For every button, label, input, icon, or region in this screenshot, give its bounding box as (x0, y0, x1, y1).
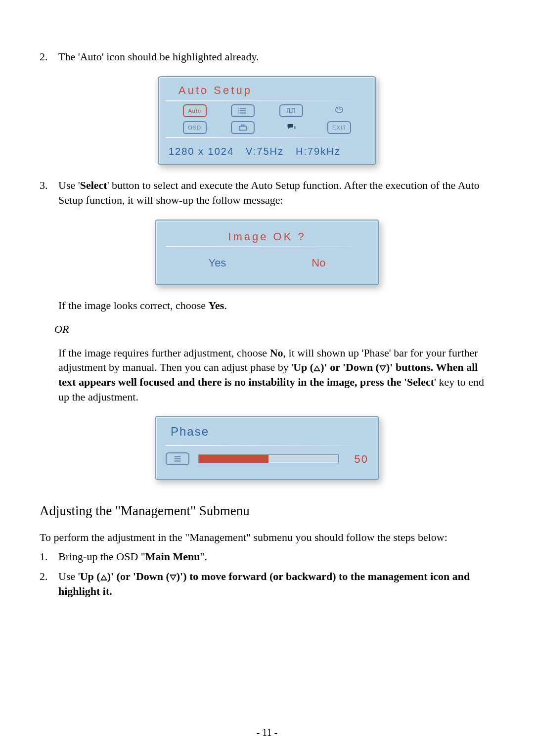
list-item-3: 3. Use 'Select' button to select and exe… (40, 178, 494, 207)
phase-slider[interactable] (198, 454, 339, 463)
list-text: Use 'Up ()' (or 'Down ()') to move forwa… (58, 569, 494, 598)
vfreq-value: V:75Hz (246, 145, 284, 158)
list-text: Use 'Select' button to select and execut… (58, 178, 494, 207)
hfreq-value: H:79kHz (296, 145, 341, 158)
paragraph: If the image looks correct, choose Yes. (58, 298, 494, 313)
osd-settings-icon[interactable]: OSD (183, 121, 207, 134)
paragraph: If the image requires further adjustment… (58, 346, 494, 404)
osd-panel-image-ok: Image OK ? Yes No (155, 220, 379, 285)
phase-value: 50 (348, 452, 368, 467)
resolution-value: 1280 x 1024 (169, 145, 234, 158)
list-item-1: 1. Bring-up the OSD "Main Menu". (40, 549, 494, 564)
svg-point-1 (238, 110, 239, 111)
svg-rect-7 (239, 127, 246, 131)
auto-setup-icon[interactable]: Auto (183, 104, 207, 117)
no-option[interactable]: No (312, 256, 325, 270)
list-number: 3. (40, 178, 58, 207)
osd-icon-grid: Auto OSD E EXIT (166, 104, 368, 137)
phase-row: 50 (166, 449, 368, 467)
document-page: 2. The 'Auto' icon should be highlighted… (0, 0, 534, 756)
list-text: The 'Auto' icon should be highlighted al… (58, 49, 494, 64)
osd-panel-auto-setup: Auto Setup Auto OSD E (158, 76, 376, 166)
list-number: 2. (40, 569, 58, 598)
exit-icon[interactable]: EXIT (327, 121, 351, 134)
divider (166, 246, 368, 247)
list-text: Bring-up the OSD "Main Menu". (58, 549, 494, 564)
svg-text:E: E (294, 125, 296, 130)
image-menu-icon[interactable] (231, 104, 255, 117)
osd-title: Image OK ? (166, 229, 368, 244)
svg-point-5 (339, 108, 340, 109)
list-icon (173, 455, 182, 463)
up-triangle-icon (100, 575, 107, 580)
figure-image-ok: Image OK ? Yes No (40, 220, 494, 285)
list-number: 2. (40, 49, 58, 64)
figure-auto-setup: Auto Setup Auto OSD E (40, 76, 494, 166)
clock-phase-icon[interactable] (279, 104, 303, 117)
page-number: - 11 - (0, 726, 534, 739)
palette-icon (335, 106, 344, 114)
list-icon (238, 107, 247, 115)
paragraph: To perform the adjustment in the "Manage… (40, 530, 494, 545)
color-icon[interactable] (328, 104, 350, 115)
language-icon[interactable]: E (280, 121, 302, 132)
list-item-2b: 2. Use 'Up ()' (or 'Down ()') to move fo… (40, 569, 494, 598)
section-heading: Adjusting the "Management" Submenu (40, 502, 494, 520)
figure-phase: Phase 50 (40, 416, 494, 480)
svg-point-6 (340, 109, 341, 110)
svg-point-4 (337, 109, 338, 110)
yes-no-row: Yes No (166, 250, 368, 270)
osd-title: Auto Setup (166, 82, 368, 101)
divider (166, 137, 368, 138)
speech-icon: E (287, 123, 296, 131)
down-triangle-icon (379, 365, 386, 371)
osd-title: Phase (166, 424, 368, 440)
osd-status-row: 1280 x 1024 V:75Hz H:79kHz (166, 141, 368, 158)
up-triangle-icon (313, 365, 320, 371)
toolbox-icon (238, 124, 247, 132)
phase-menu-icon[interactable] (166, 452, 189, 465)
divider (166, 100, 368, 101)
list-item-2: 2. The 'Auto' icon should be highlighted… (40, 49, 494, 64)
list-number: 1. (40, 549, 58, 564)
wave-icon (287, 107, 296, 115)
divider (166, 445, 368, 446)
osd-panel-phase: Phase 50 (155, 416, 379, 480)
or-separator: OR (54, 322, 494, 337)
yes-option[interactable]: Yes (208, 256, 226, 270)
phase-slider-fill (199, 455, 268, 463)
svg-point-2 (238, 113, 239, 114)
management-icon[interactable] (231, 121, 255, 134)
down-triangle-icon (170, 575, 177, 580)
svg-point-0 (238, 108, 239, 109)
